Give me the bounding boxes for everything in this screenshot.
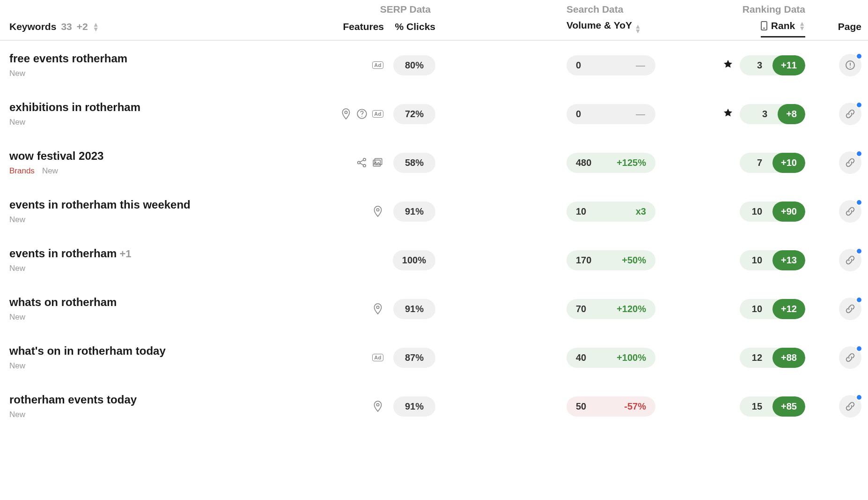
rank-delta: +10 <box>772 153 805 173</box>
tag-brands: Brands <box>9 166 35 175</box>
keyword-cell[interactable]: what's on in rotherham todayNew <box>9 344 332 371</box>
mobile-icon <box>761 21 767 30</box>
pin-icon[interactable] <box>372 303 384 315</box>
table-row[interactable]: events in rotherham+1New100%170+50%10+13 <box>0 236 868 284</box>
clicks-value: 91% <box>393 299 435 319</box>
pin-icon[interactable] <box>372 205 384 217</box>
keyword-name: events in rotherham <box>9 247 117 260</box>
tag-new: New <box>9 215 25 224</box>
notification-dot-icon <box>856 53 862 60</box>
rank-cell: 10+12 <box>688 299 805 319</box>
tag-new: New <box>9 118 25 127</box>
svg-point-2 <box>345 111 347 113</box>
page-button[interactable] <box>839 54 861 76</box>
keyword-suffix: +1 <box>119 248 131 260</box>
rank-cell: 3+8 <box>688 104 805 124</box>
volume-pill: 10x3 <box>566 201 655 222</box>
page-button[interactable] <box>839 151 861 174</box>
svg-point-4 <box>361 116 362 117</box>
header-features[interactable]: Features <box>332 21 384 32</box>
share-icon[interactable] <box>356 157 368 169</box>
keyword-name: exhibitions in rotherham <box>9 101 140 113</box>
tag-new: New <box>9 264 25 273</box>
column-header-row: Keywords 33 +2 ▲▼ Features % Clicks Volu… <box>0 15 868 41</box>
rank-pill: 10+90 <box>740 201 805 222</box>
yoy-value: +50% <box>622 255 646 266</box>
page-button[interactable] <box>839 395 861 418</box>
page-button[interactable] <box>839 200 861 223</box>
table-row[interactable]: what's on in rotherham todayNewAd87%40+1… <box>0 333 868 382</box>
table-row[interactable]: rotherham events todayNew91%50-57%15+85 <box>0 382 868 431</box>
features-cell <box>332 400 384 412</box>
clicks-cell: 91% <box>384 299 435 319</box>
features-cell: Ad <box>332 59 384 71</box>
page-button[interactable] <box>839 249 861 271</box>
keyword-tags: New <box>9 215 332 224</box>
table-row[interactable]: exhibitions in rotherhamNewAd72%0—3+8 <box>0 90 868 138</box>
keyword-name: free events rotherham <box>9 52 127 65</box>
table-row[interactable]: wow festival 2023BrandsNew58%480+125%7+1… <box>0 138 868 187</box>
page-button[interactable] <box>839 103 861 125</box>
notification-dot-icon <box>856 394 862 401</box>
keyword-cell[interactable]: events in rotherham this weekendNew <box>9 198 332 224</box>
ad-icon[interactable]: Ad <box>372 59 384 71</box>
question-icon[interactable] <box>356 108 368 120</box>
yoy-value: +100% <box>617 352 646 363</box>
keywords-table: SERP Data Search Data Ranking Data Keywo… <box>0 0 868 431</box>
page-button[interactable] <box>839 346 861 369</box>
notification-dot-icon <box>856 297 862 303</box>
page-cell <box>805 103 861 125</box>
page-cell <box>805 395 861 418</box>
keyword-cell[interactable]: whats on rotherhamNew <box>9 296 332 322</box>
features-cell <box>332 303 384 315</box>
clicks-cell: 91% <box>384 396 435 417</box>
table-row[interactable]: whats on rotherhamNew91%70+120%10+12 <box>0 284 868 333</box>
yoy-value: +120% <box>617 304 646 314</box>
volume-pill: 50-57% <box>566 396 655 417</box>
volume-pill: 0— <box>566 55 655 75</box>
clicks-cell: 100% <box>384 250 435 270</box>
volume-value: 0 <box>576 109 581 119</box>
sort-icon[interactable]: ▲▼ <box>93 22 99 31</box>
ad-icon[interactable]: Ad <box>372 108 384 120</box>
header-keywords[interactable]: Keywords 33 +2 ▲▼ <box>9 21 332 32</box>
keyword-cell[interactable]: exhibitions in rotherhamNew <box>9 101 332 127</box>
header-rank[interactable]: Rank ▲▼ <box>688 20 805 33</box>
group-ranking-data: Ranking Data <box>688 4 805 15</box>
features-cell <box>332 157 384 169</box>
keyword-cell[interactable]: events in rotherham+1New <box>9 247 332 273</box>
rank-value: 10 <box>740 299 772 319</box>
header-clicks[interactable]: % Clicks <box>384 21 435 32</box>
rank-delta: +85 <box>772 396 805 417</box>
rank-delta: +13 <box>772 250 805 270</box>
ad-icon[interactable]: Ad <box>372 351 384 364</box>
rank-cell: 15+85 <box>688 396 805 417</box>
header-page[interactable]: Page <box>805 21 861 32</box>
page-cell <box>805 200 861 223</box>
header-volume[interactable]: Volume & YoY ▲▼ <box>566 20 688 33</box>
images-icon[interactable] <box>372 157 384 169</box>
rank-cell: 12+88 <box>688 348 805 368</box>
keyword-cell[interactable]: rotherham events todayNew <box>9 393 332 419</box>
svg-point-12 <box>376 306 379 308</box>
table-row[interactable]: events in rotherham this weekendNew91%10… <box>0 187 868 236</box>
header-keywords-label: Keywords <box>9 21 56 32</box>
tag-new: New <box>9 410 25 419</box>
volume-value: 170 <box>576 255 591 266</box>
pin-icon[interactable] <box>340 108 352 120</box>
svg-point-1 <box>850 67 851 68</box>
pin-icon[interactable] <box>372 400 384 412</box>
star-icon[interactable] <box>723 59 733 72</box>
star-icon[interactable] <box>723 108 733 120</box>
rank-pill: 3+11 <box>740 55 805 75</box>
volume-cell: 170+50% <box>566 250 688 270</box>
svg-point-13 <box>376 403 379 406</box>
keyword-cell[interactable]: free events rotherhamNew <box>9 52 332 78</box>
sort-icon[interactable]: ▲▼ <box>799 21 805 30</box>
yoy-value: x3 <box>636 206 646 217</box>
table-row[interactable]: free events rotherhamNewAd80%0—3+11 <box>0 41 868 90</box>
sort-icon[interactable]: ▲▼ <box>635 24 641 33</box>
rank-value: 10 <box>740 250 772 270</box>
keyword-cell[interactable]: wow festival 2023BrandsNew <box>9 149 332 176</box>
page-button[interactable] <box>839 298 861 320</box>
